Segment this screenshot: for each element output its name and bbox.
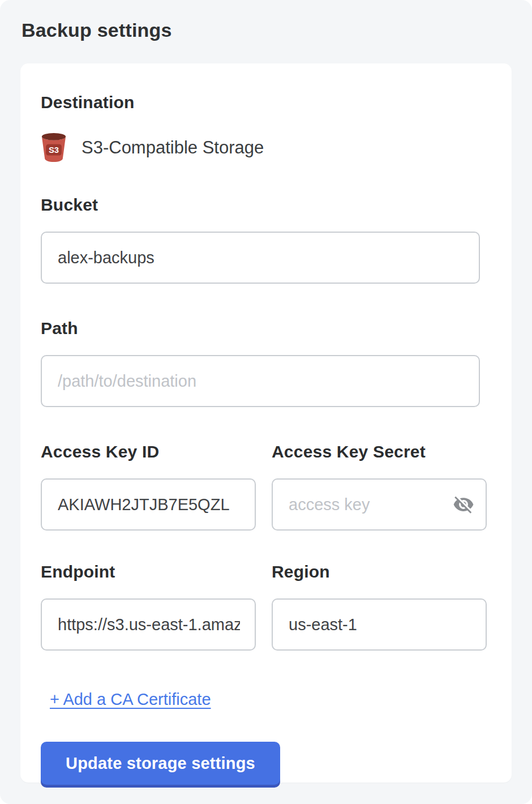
access-key-id-field: Access Key ID <box>41 442 256 562</box>
backup-settings-page: Backup settings Destination S3 S3-Compat… <box>0 0 532 804</box>
endpoint-label: Endpoint <box>41 562 256 581</box>
path-input[interactable] <box>41 355 480 407</box>
access-key-id-label: Access Key ID <box>41 442 256 461</box>
add-ca-certificate-link[interactable]: + Add a CA Certificate <box>50 690 211 709</box>
access-key-row: Access Key ID Access Key Secret <box>41 442 491 562</box>
s3-bucket-icon: S3 <box>41 132 67 162</box>
svg-text:S3: S3 <box>49 146 59 155</box>
destination-value-row: S3 S3-Compatible Storage <box>41 132 491 162</box>
access-key-secret-input-wrap <box>272 478 487 531</box>
access-key-secret-label: Access Key Secret <box>272 442 487 461</box>
region-field: Region <box>272 562 487 682</box>
update-storage-settings-button[interactable]: Update storage settings <box>41 742 280 785</box>
region-input[interactable] <box>272 598 487 651</box>
bucket-input[interactable] <box>41 232 480 284</box>
region-label: Region <box>272 562 487 581</box>
path-label: Path <box>41 319 491 338</box>
destination-label: Destination <box>41 93 491 112</box>
endpoint-region-row: Endpoint Region <box>41 562 491 682</box>
backup-settings-card: Destination S3 S3-Compatible Storage Buc… <box>20 63 512 782</box>
endpoint-field: Endpoint <box>41 562 256 682</box>
bucket-label: Bucket <box>41 195 491 215</box>
toggle-secret-visibility-button[interactable] <box>453 493 475 516</box>
access-key-id-input[interactable] <box>41 478 256 531</box>
eye-off-icon <box>453 494 475 515</box>
endpoint-input[interactable] <box>41 598 256 651</box>
access-key-secret-field: Access Key Secret <box>272 442 487 562</box>
page-title: Backup settings <box>0 0 532 41</box>
destination-value: S3-Compatible Storage <box>81 138 264 158</box>
